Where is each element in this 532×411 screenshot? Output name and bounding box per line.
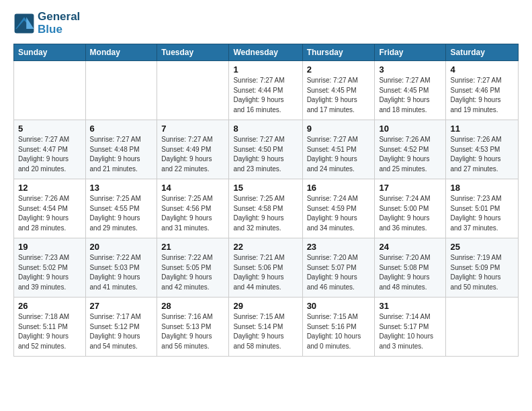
weekday-header: Monday [85, 44, 157, 61]
day-info: Sunrise: 7:19 AM Sunset: 5:09 PM Dayligh… [450, 253, 514, 292]
calendar-week-row: 12Sunrise: 7:26 AM Sunset: 4:54 PM Dayli… [14, 179, 519, 238]
day-info: Sunrise: 7:27 AM Sunset: 4:49 PM Dayligh… [161, 135, 224, 174]
day-info: Sunrise: 7:20 AM Sunset: 5:07 PM Dayligh… [307, 253, 371, 292]
day-info: Sunrise: 7:25 AM Sunset: 4:58 PM Dayligh… [233, 194, 298, 233]
calendar-cell: 21Sunrise: 7:22 AM Sunset: 5:05 PM Dayli… [157, 238, 229, 298]
calendar-cell [14, 61, 86, 120]
calendar-cell: 24Sunrise: 7:20 AM Sunset: 5:08 PM Dayli… [375, 238, 446, 298]
day-info: Sunrise: 7:24 AM Sunset: 5:00 PM Dayligh… [379, 194, 441, 233]
calendar-cell: 8Sunrise: 7:27 AM Sunset: 4:50 PM Daylig… [229, 120, 302, 179]
day-number: 28 [161, 301, 224, 311]
day-number: 1 [233, 64, 298, 75]
day-number: 13 [90, 183, 153, 193]
day-number: 10 [379, 124, 441, 134]
calendar-cell: 26Sunrise: 7:18 AM Sunset: 5:11 PM Dayli… [14, 298, 86, 357]
day-number: 29 [233, 301, 298, 311]
day-number: 31 [379, 301, 441, 311]
day-number: 5 [18, 124, 81, 134]
weekday-header: Tuesday [157, 44, 229, 61]
day-number: 8 [233, 124, 298, 134]
weekday-header: Thursday [302, 44, 375, 61]
day-info: Sunrise: 7:27 AM Sunset: 4:51 PM Dayligh… [307, 135, 371, 174]
day-number: 27 [90, 301, 153, 311]
day-number: 17 [379, 183, 441, 193]
day-number: 2 [307, 64, 371, 75]
day-info: Sunrise: 7:15 AM Sunset: 5:14 PM Dayligh… [233, 312, 298, 351]
calendar-body: 1Sunrise: 7:27 AM Sunset: 4:44 PM Daylig… [14, 61, 519, 357]
day-info: Sunrise: 7:26 AM Sunset: 4:52 PM Dayligh… [379, 135, 441, 174]
day-info: Sunrise: 7:26 AM Sunset: 4:54 PM Dayligh… [18, 194, 81, 233]
calendar-cell: 9Sunrise: 7:27 AM Sunset: 4:51 PM Daylig… [302, 120, 375, 179]
calendar-week-row: 5Sunrise: 7:27 AM Sunset: 4:47 PM Daylig… [14, 120, 519, 179]
calendar-cell: 10Sunrise: 7:26 AM Sunset: 4:52 PM Dayli… [375, 120, 446, 179]
calendar-cell: 23Sunrise: 7:20 AM Sunset: 5:07 PM Dayli… [302, 238, 375, 298]
day-number: 9 [307, 124, 371, 134]
calendar-cell: 30Sunrise: 7:15 AM Sunset: 5:16 PM Dayli… [302, 298, 375, 357]
day-info: Sunrise: 7:18 AM Sunset: 5:11 PM Dayligh… [18, 312, 81, 351]
day-number: 19 [18, 242, 81, 252]
calendar-cell [157, 61, 229, 120]
calendar-cell: 11Sunrise: 7:26 AM Sunset: 4:53 PM Dayli… [446, 120, 519, 179]
calendar-cell: 28Sunrise: 7:16 AM Sunset: 5:13 PM Dayli… [157, 298, 229, 357]
calendar-cell: 29Sunrise: 7:15 AM Sunset: 5:14 PM Dayli… [229, 298, 302, 357]
day-number: 21 [161, 242, 224, 252]
day-number: 12 [18, 183, 81, 193]
calendar-cell: 19Sunrise: 7:23 AM Sunset: 5:02 PM Dayli… [14, 238, 86, 298]
header: General Blue [13, 11, 519, 36]
logo-icon [13, 13, 35, 34]
calendar-week-row: 26Sunrise: 7:18 AM Sunset: 5:11 PM Dayli… [14, 298, 519, 357]
calendar-cell: 17Sunrise: 7:24 AM Sunset: 5:00 PM Dayli… [375, 179, 446, 238]
day-info: Sunrise: 7:26 AM Sunset: 4:53 PM Dayligh… [450, 135, 514, 174]
day-info: Sunrise: 7:25 AM Sunset: 4:56 PM Dayligh… [161, 194, 224, 233]
logo-text: General Blue [38, 11, 80, 36]
calendar-cell: 12Sunrise: 7:26 AM Sunset: 4:54 PM Dayli… [14, 179, 86, 238]
day-info: Sunrise: 7:27 AM Sunset: 4:45 PM Dayligh… [307, 76, 371, 115]
day-info: Sunrise: 7:22 AM Sunset: 5:03 PM Dayligh… [90, 253, 153, 292]
calendar-table: SundayMondayTuesdayWednesdayThursdayFrid… [13, 44, 519, 357]
calendar-cell: 15Sunrise: 7:25 AM Sunset: 4:58 PM Dayli… [229, 179, 302, 238]
day-number: 14 [161, 183, 224, 193]
calendar-cell: 27Sunrise: 7:17 AM Sunset: 5:12 PM Dayli… [85, 298, 157, 357]
day-number: 30 [307, 301, 371, 311]
calendar-cell: 25Sunrise: 7:19 AM Sunset: 5:09 PM Dayli… [446, 238, 519, 298]
page: General Blue SundayMondayTuesdayWednesda… [0, 0, 532, 367]
calendar-cell: 14Sunrise: 7:25 AM Sunset: 4:56 PM Dayli… [157, 179, 229, 238]
day-number: 6 [90, 124, 153, 134]
day-number: 15 [233, 183, 298, 193]
day-info: Sunrise: 7:16 AM Sunset: 5:13 PM Dayligh… [161, 312, 224, 351]
day-info: Sunrise: 7:27 AM Sunset: 4:46 PM Dayligh… [450, 76, 514, 115]
day-number: 3 [379, 64, 441, 75]
weekday-header: Sunday [14, 44, 86, 61]
day-info: Sunrise: 7:21 AM Sunset: 5:06 PM Dayligh… [233, 253, 298, 292]
day-number: 23 [307, 242, 371, 252]
calendar-cell: 22Sunrise: 7:21 AM Sunset: 5:06 PM Dayli… [229, 238, 302, 298]
day-info: Sunrise: 7:27 AM Sunset: 4:48 PM Dayligh… [90, 135, 153, 174]
day-number: 24 [379, 242, 441, 252]
calendar-cell [446, 298, 519, 357]
weekday-header: Friday [375, 44, 446, 61]
calendar-week-row: 19Sunrise: 7:23 AM Sunset: 5:02 PM Dayli… [14, 238, 519, 298]
day-info: Sunrise: 7:27 AM Sunset: 4:47 PM Dayligh… [18, 135, 81, 174]
day-number: 26 [18, 301, 81, 311]
calendar-cell: 20Sunrise: 7:22 AM Sunset: 5:03 PM Dayli… [85, 238, 157, 298]
day-info: Sunrise: 7:14 AM Sunset: 5:17 PM Dayligh… [379, 312, 441, 351]
day-info: Sunrise: 7:17 AM Sunset: 5:12 PM Dayligh… [90, 312, 153, 351]
day-info: Sunrise: 7:24 AM Sunset: 4:59 PM Dayligh… [307, 194, 371, 233]
calendar-cell: 6Sunrise: 7:27 AM Sunset: 4:48 PM Daylig… [85, 120, 157, 179]
day-info: Sunrise: 7:20 AM Sunset: 5:08 PM Dayligh… [379, 253, 441, 292]
day-info: Sunrise: 7:23 AM Sunset: 5:02 PM Dayligh… [18, 253, 81, 292]
calendar-cell: 13Sunrise: 7:25 AM Sunset: 4:55 PM Dayli… [85, 179, 157, 238]
day-number: 11 [450, 124, 514, 134]
day-info: Sunrise: 7:25 AM Sunset: 4:55 PM Dayligh… [90, 194, 153, 233]
day-number: 18 [450, 183, 514, 193]
calendar-cell [85, 61, 157, 120]
weekday-header-row: SundayMondayTuesdayWednesdayThursdayFrid… [14, 44, 519, 61]
calendar-cell: 5Sunrise: 7:27 AM Sunset: 4:47 PM Daylig… [14, 120, 86, 179]
day-number: 22 [233, 242, 298, 252]
calendar-cell: 4Sunrise: 7:27 AM Sunset: 4:46 PM Daylig… [446, 61, 519, 120]
day-info: Sunrise: 7:22 AM Sunset: 5:05 PM Dayligh… [161, 253, 224, 292]
day-info: Sunrise: 7:23 AM Sunset: 5:01 PM Dayligh… [450, 194, 514, 233]
day-info: Sunrise: 7:27 AM Sunset: 4:50 PM Dayligh… [233, 135, 298, 174]
calendar-cell: 18Sunrise: 7:23 AM Sunset: 5:01 PM Dayli… [446, 179, 519, 238]
logo: General Blue [13, 11, 80, 36]
